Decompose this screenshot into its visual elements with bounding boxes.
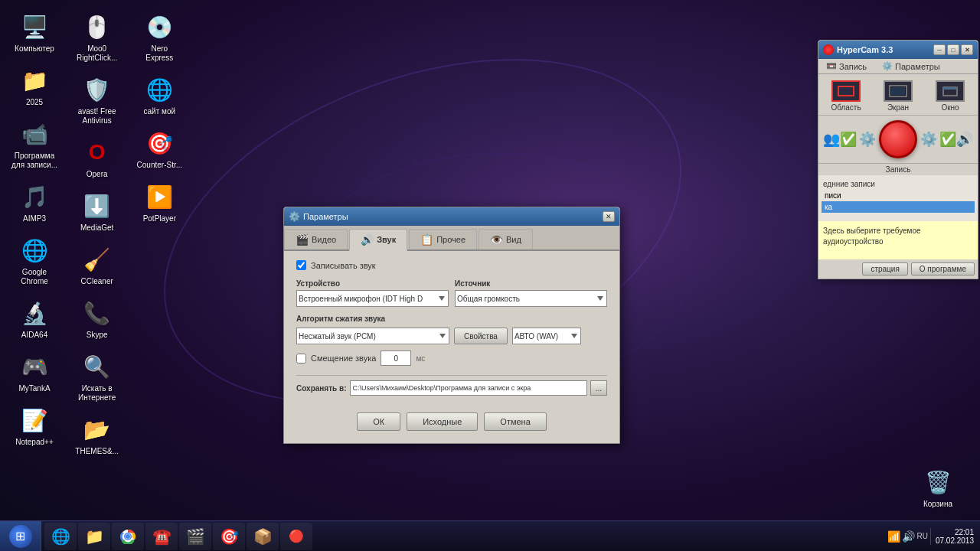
tray-network-icon: 📶 bbox=[887, 530, 900, 543]
taskbar-explorer-button[interactable]: 📁 bbox=[78, 523, 110, 550]
screen-button-label: Экран bbox=[887, 103, 909, 112]
algo-format-select[interactable]: АВТО (WAV) bbox=[512, 328, 581, 344]
hypercam-bottom-bar: страция О программе bbox=[818, 259, 978, 279]
list-item-1[interactable]: писи bbox=[822, 190, 975, 201]
svg-rect-5 bbox=[943, 87, 957, 90]
record-button[interactable] bbox=[879, 120, 917, 158]
icon-ccleaner[interactable]: 🧹 CCleaner bbox=[70, 240, 124, 290]
device-label: Устройство bbox=[296, 279, 449, 288]
algo-properties-button[interactable]: Свойства bbox=[454, 328, 508, 344]
tab-video-label: Видео bbox=[312, 235, 336, 244]
icon-opera-label: Opera bbox=[87, 170, 108, 179]
hypercam-minimize-button[interactable]: ─ bbox=[933, 44, 946, 55]
browse-button[interactable]: ... bbox=[590, 380, 607, 396]
registration-button[interactable]: страция bbox=[862, 262, 907, 276]
system-clock[interactable]: 22:01 07.02.2013 bbox=[930, 528, 974, 545]
webcam-icon[interactable]: 👥✅ bbox=[823, 131, 857, 148]
icon-nero[interactable]: 💿 Nero Express bbox=[132, 8, 186, 67]
dialog-title-area: ⚙️ Параметры bbox=[289, 211, 348, 222]
icon-chrome[interactable]: 🌐 GoogleChrome bbox=[8, 231, 61, 290]
save-label: Сохранять в: bbox=[296, 384, 347, 393]
taskbar-filmstrip-button[interactable]: 🎬 bbox=[179, 523, 211, 550]
icon-2025[interactable]: 📁 2025 bbox=[8, 61, 61, 111]
offset-checkbox[interactable] bbox=[296, 354, 306, 364]
tab-other[interactable]: 📋 Прочее bbox=[409, 229, 477, 249]
icon-aimp3[interactable]: 🎵 AIMP3 bbox=[8, 178, 61, 227]
icon-avast[interactable]: 🛡️ avast! FreeAntivirus bbox=[70, 70, 124, 129]
hypercam-params-tab[interactable]: ⚙️ Параметры bbox=[874, 59, 948, 73]
record-sound-checkbox[interactable] bbox=[296, 260, 306, 270]
icon-search[interactable]: 🔍 Искать вИнтернете bbox=[70, 347, 124, 406]
offset-input[interactable] bbox=[381, 350, 411, 366]
tab-view[interactable]: 👁️ Вид bbox=[479, 229, 533, 249]
hypercam-maximize-button[interactable]: □ bbox=[947, 44, 959, 55]
about-button[interactable]: О программе bbox=[911, 262, 975, 276]
tab-video[interactable]: 🎬 Видео bbox=[284, 229, 348, 249]
dialog-title-text: Параметры bbox=[303, 212, 348, 221]
icon-program[interactable]: 📹 Программадля записи... bbox=[8, 115, 61, 174]
offset-label: Смещение звука bbox=[311, 354, 376, 363]
folder-icon: 📁 bbox=[19, 65, 50, 96]
icon-themes[interactable]: 📂 THEMES&... bbox=[70, 410, 124, 460]
icon-avast-label: avast! FreeAntivirus bbox=[78, 107, 116, 126]
area-button-label: Область bbox=[831, 103, 861, 112]
icon-notepad[interactable]: 📝 Notepad++ bbox=[8, 401, 61, 451]
hypercam-record-tab[interactable]: 📼 Запись bbox=[818, 59, 874, 73]
taskbar-record-button[interactable]: 🔴 bbox=[280, 523, 312, 550]
device-source-row: Устройство Встроенный микрофон (IDT High… bbox=[296, 279, 607, 307]
device-field: Устройство Встроенный микрофон (IDT High… bbox=[296, 279, 449, 307]
taskbar-folder-button[interactable]: 📦 bbox=[247, 523, 279, 550]
audio-settings-icon[interactable]: ⚙️ bbox=[920, 131, 937, 148]
icon-opera[interactable]: O Opera bbox=[70, 133, 124, 183]
icon-mysite-label: сайт мой bbox=[144, 107, 176, 116]
themes-icon: 📂 bbox=[82, 414, 113, 445]
tab-view-label: Вид bbox=[506, 235, 521, 244]
icon-skype[interactable]: 📞 Skype bbox=[70, 294, 124, 344]
icon-notepad-label: Notepad++ bbox=[15, 438, 54, 447]
record-icon: 📼 bbox=[826, 61, 837, 71]
save-path-input[interactable] bbox=[350, 380, 587, 396]
icon-potplayer[interactable]: ▶️ PotPlayer bbox=[132, 178, 186, 227]
hypercam-titlebar[interactable]: HyperCam 3.3 ─ □ ✕ bbox=[818, 41, 978, 59]
clock-date: 07.02.2013 bbox=[936, 536, 974, 545]
source-select[interactable]: Общая громкость bbox=[455, 290, 607, 307]
icon-mytanka[interactable]: 🎮 MyTankA bbox=[8, 347, 61, 397]
hypercam-close-button[interactable]: ✕ bbox=[961, 44, 973, 55]
capture-area-button[interactable]: Область bbox=[822, 80, 871, 112]
clock-time: 22:01 bbox=[936, 528, 974, 536]
device-select[interactable]: Встроенный микрофон (IDT High D bbox=[296, 290, 449, 307]
icon-recycle[interactable]: 🗑️ Корзина bbox=[911, 463, 965, 513]
dialog-tabs: 🎬 Видео 🔊 Звук 📋 Прочее 👁️ Вид bbox=[284, 226, 619, 251]
taskbar-cs-button[interactable]: 🎯 bbox=[213, 523, 245, 550]
icon-aida64[interactable]: 🔬 AIDA64 bbox=[8, 294, 61, 344]
capture-window-button[interactable]: Окно bbox=[926, 80, 975, 112]
defaults-button[interactable]: Исходные bbox=[407, 412, 478, 431]
area-icon bbox=[831, 80, 861, 102]
dialog-buttons: ОК Исходные Отмена bbox=[296, 406, 607, 434]
cancel-button[interactable]: Отмена bbox=[484, 412, 546, 431]
dialog-close-button[interactable]: ✕ bbox=[603, 211, 615, 222]
audio-icon[interactable]: ✅🔊 bbox=[939, 131, 973, 148]
settings-icon[interactable]: ⚙️ bbox=[859, 131, 876, 148]
icon-computer[interactable]: 🖥️ Компьютер bbox=[8, 8, 61, 57]
ok-button[interactable]: ОК bbox=[357, 412, 400, 431]
taskbar-chrome-button[interactable] bbox=[112, 523, 144, 550]
hypercam-title-text: HyperCam 3.3 bbox=[837, 45, 893, 54]
algo-select[interactable]: Несжатый звук (PCM) bbox=[296, 328, 449, 344]
capture-screen-button[interactable]: Экран bbox=[874, 80, 923, 112]
icon-mediaget[interactable]: ⬇️ MediaGet bbox=[70, 187, 124, 236]
icon-mysite[interactable]: 🌐 сайт мой bbox=[132, 70, 186, 120]
video-tab-icon: 🎬 bbox=[296, 233, 309, 246]
icon-cs[interactable]: 🎯 Counter-Str... bbox=[132, 124, 186, 174]
dialog-titlebar[interactable]: ⚙️ Параметры ✕ bbox=[284, 207, 619, 226]
taskbar-ie-button[interactable]: 🌐 bbox=[44, 523, 77, 550]
hypercam-title-area: HyperCam 3.3 bbox=[823, 44, 893, 55]
start-button[interactable]: ⊞ bbox=[0, 521, 41, 552]
icon-moo0[interactable]: 🖱️ Moo0RightClick... bbox=[70, 8, 124, 67]
list-item-2[interactable]: ка bbox=[822, 201, 975, 213]
opera-icon: O bbox=[82, 137, 113, 168]
taskbar-skype-button[interactable]: ☎️ bbox=[145, 523, 178, 550]
tank-icon: 🎮 bbox=[19, 351, 50, 382]
tab-sound[interactable]: 🔊 Звук bbox=[349, 229, 407, 251]
notepad-icon: 📝 bbox=[19, 405, 50, 435]
